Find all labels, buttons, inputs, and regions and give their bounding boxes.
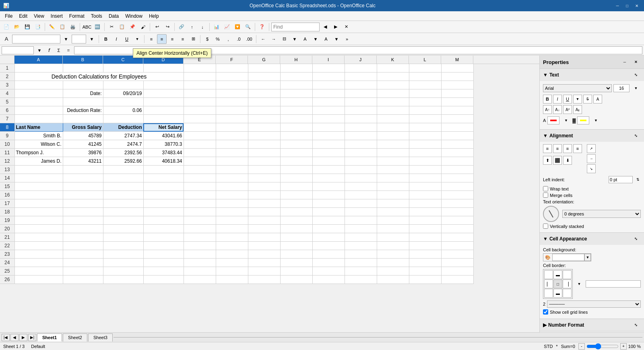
cell-c12[interactable]: 2592.66 — [103, 157, 143, 166]
cell-b3[interactable] — [63, 81, 103, 89]
font-family-select[interactable]: Arial — [543, 84, 612, 92]
cell-c5[interactable] — [103, 98, 143, 106]
cell-e1[interactable] — [184, 64, 216, 72]
cell-l10[interactable] — [409, 140, 441, 149]
strikethrough-button[interactable]: S̶ — [583, 95, 592, 104]
cell-f7[interactable] — [216, 115, 248, 123]
cell-a11[interactable]: Thompson J. — [14, 149, 63, 157]
subscript-button[interactable]: A₂ — [573, 105, 582, 114]
col-header-b[interactable]: B — [63, 56, 103, 64]
panel-minimize-button[interactable]: ─ — [620, 57, 630, 67]
minimize-button[interactable]: ─ — [613, 2, 621, 10]
cell-g10[interactable] — [248, 140, 280, 149]
cell-f4[interactable] — [216, 89, 248, 98]
underline-format-dropdown[interactable]: ▼ — [573, 95, 582, 104]
col-header-g[interactable]: G — [248, 56, 280, 64]
cell-bg-dropdown[interactable]: ▼ — [584, 254, 591, 261]
cell-f3[interactable] — [216, 81, 248, 89]
cut-button[interactable]: ✂ — [107, 22, 116, 32]
cell-reference-input[interactable]: A8:D8 — [2, 46, 34, 54]
cell-i1[interactable] — [312, 64, 345, 72]
cell-c1[interactable] — [103, 64, 143, 72]
cell-j12[interactable] — [345, 157, 377, 166]
larger-text-button[interactable]: A↑ — [543, 105, 552, 114]
sheet-tab-2[interactable]: Sheet2 — [63, 333, 87, 342]
bold-format-button[interactable]: B — [543, 95, 552, 104]
underline-button[interactable]: U — [122, 34, 132, 44]
save-button[interactable]: 💾 — [23, 22, 32, 32]
cell-k4[interactable] — [377, 89, 409, 98]
zoom-button[interactable]: 🔍 — [243, 22, 253, 32]
cell-m3[interactable] — [441, 81, 473, 89]
hyperlink-button[interactable]: 🔗 — [177, 22, 186, 32]
col-header-l[interactable]: L — [409, 56, 441, 64]
cell-j5[interactable] — [345, 98, 377, 106]
border-btn-4[interactable]: ▏ — [544, 280, 553, 288]
sum-button[interactable]: Σ — [55, 46, 63, 54]
cell-c4[interactable]: 09/20/19 — [103, 89, 143, 98]
cell-l4[interactable] — [409, 89, 441, 98]
cell-k2[interactable] — [377, 72, 409, 81]
border-width-select[interactable]: ───── — [547, 300, 641, 308]
align-right-panel-button[interactable]: ≡ — [563, 144, 572, 153]
cell-m9[interactable] — [441, 132, 473, 140]
left-indent-input[interactable] — [609, 176, 633, 183]
cell-b5[interactable] — [63, 98, 103, 106]
cell-d12[interactable]: 40618.34 — [143, 157, 184, 166]
cell-a9[interactable]: Smith B. — [14, 132, 63, 140]
cell-h11[interactable] — [280, 149, 312, 157]
function-wizard-button[interactable]: f — [45, 46, 53, 54]
find-next-button[interactable]: ▶ — [331, 22, 341, 32]
cell-l5[interactable] — [409, 98, 441, 106]
clone-button[interactable]: 🖌 — [138, 22, 148, 32]
cell-h2[interactable] — [280, 72, 312, 81]
cell-e12[interactable] — [184, 157, 216, 166]
find-close-button[interactable]: ✕ — [341, 22, 351, 32]
cell-j9[interactable] — [345, 132, 377, 140]
cell-g6[interactable] — [248, 106, 280, 115]
cell-i7[interactable] — [312, 115, 345, 123]
cell-m11[interactable] — [441, 149, 473, 157]
cell-j11[interactable] — [345, 149, 377, 157]
cell-h6[interactable] — [280, 106, 312, 115]
cell-d10[interactable]: 38770.3 — [143, 140, 184, 149]
text-direction-btn3[interactable]: ↘ — [587, 164, 596, 173]
menu-window[interactable]: Window — [122, 12, 146, 20]
col-header-m[interactable]: M — [441, 56, 473, 64]
col-header-h[interactable]: H — [280, 56, 312, 64]
cell-k1[interactable] — [377, 64, 409, 72]
cell-e7[interactable] — [184, 115, 216, 123]
equals-button[interactable]: = — [64, 46, 72, 54]
cell-b11[interactable]: 39876 — [63, 149, 103, 157]
highlight-panel-dropdown[interactable]: ▼ — [591, 116, 601, 125]
menu-edit[interactable]: Edit — [16, 12, 31, 20]
cell-l11[interactable] — [409, 149, 441, 157]
cell-j1[interactable] — [345, 64, 377, 72]
number-format-expand-button[interactable]: ⤡ — [631, 320, 641, 330]
cell-m8[interactable] — [441, 123, 473, 132]
cell-k7[interactable] — [377, 115, 409, 123]
cell-f8[interactable] — [216, 123, 248, 132]
cell-i11[interactable] — [312, 149, 345, 157]
underline-dropdown[interactable]: ▼ — [132, 34, 142, 44]
menu-insert[interactable]: Insert — [47, 12, 66, 20]
cell-e4[interactable] — [184, 89, 216, 98]
cell-g3[interactable] — [248, 81, 280, 89]
new-button[interactable]: 📄 — [2, 22, 11, 32]
maximize-button[interactable]: □ — [623, 2, 631, 10]
cell-e11[interactable] — [184, 149, 216, 157]
borders-button[interactable]: ⊟ — [279, 34, 289, 44]
cell-g9[interactable] — [248, 132, 280, 140]
cell-l3[interactable] — [409, 81, 441, 89]
cell-g1[interactable] — [248, 64, 280, 72]
cell-a6[interactable] — [14, 106, 63, 115]
cell-f9[interactable] — [216, 132, 248, 140]
cell-c11[interactable]: 2392.56 — [103, 149, 143, 157]
expand-formula-button[interactable]: ▼ — [35, 46, 43, 54]
cell-b10[interactable]: 41245 — [63, 140, 103, 149]
highlight-dropdown[interactable]: ▼ — [311, 34, 320, 44]
cell-b12[interactable]: 43211 — [63, 157, 103, 166]
dec-dec-button[interactable]: .00 — [244, 34, 254, 44]
cell-appearance-section-header[interactable]: ▼ Cell Appearance ⤡ — [540, 233, 644, 245]
cell-d3[interactable] — [143, 81, 184, 89]
